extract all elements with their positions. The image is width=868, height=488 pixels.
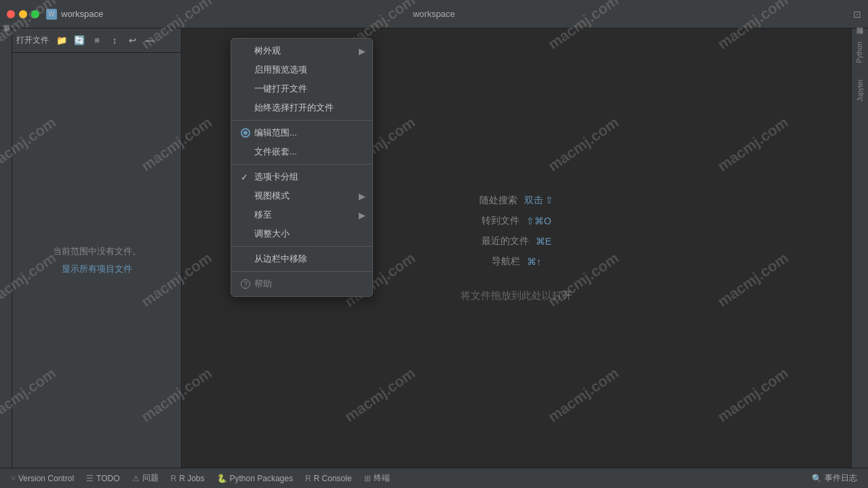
problems-icon: ⚠ xyxy=(132,474,140,483)
window-title: workspace xyxy=(413,9,455,19)
hint-goto: 转到文件 ⇧⌘O xyxy=(481,215,551,227)
check-placeholder8 xyxy=(241,229,252,239)
hint-navbar-key: ⌘↑ xyxy=(527,256,541,267)
r-console-label: R Console xyxy=(314,474,352,483)
menu-enable-preview-label: 启用预览选项 xyxy=(254,64,307,76)
r-console-button[interactable]: R R Console xyxy=(300,472,357,485)
menu-always-select[interactable]: 始终选择打开的文件 xyxy=(231,98,372,117)
r-jobs-button[interactable]: R R Jobs xyxy=(165,472,210,485)
r-jobs-icon: R xyxy=(171,474,177,483)
settings-icon[interactable]: ⊡ xyxy=(853,9,861,20)
event-log-label: 事件日志 xyxy=(825,472,857,484)
right-sidebar: Python 控制台 Jupyter xyxy=(851,28,868,468)
menu-resize[interactable]: 调整大小 xyxy=(231,224,372,243)
r-jobs-label: R Jobs xyxy=(179,474,204,483)
terminal-button[interactable]: ⊞ 终端 xyxy=(359,471,395,485)
terminal-icon: ⊞ xyxy=(364,474,371,483)
menu-always-select-label: 始终选择打开的文件 xyxy=(254,102,334,114)
menu-file-nesting[interactable]: 文件嵌套... xyxy=(231,142,372,161)
file-panel-empty: 当前范围中没有文件。 显示所有项目文件 xyxy=(12,53,181,468)
hint-recent-label: 最近的文件 xyxy=(481,235,529,247)
menu-enable-preview[interactable]: 启用预览选项 xyxy=(231,60,372,79)
divider1 xyxy=(231,120,372,121)
menu-tree-view-label: 树外观 xyxy=(254,45,281,57)
problems-label: 问题 xyxy=(142,472,159,484)
menu-remove-sidebar[interactable]: 从边栏中移除 xyxy=(231,249,372,268)
context-menu: 树外观 ▶ 启用预览选项 一键打开文件 始终选择打开的文件 编辑范围... 文件… xyxy=(231,38,373,297)
check-placeholder7 xyxy=(241,210,252,220)
menu-one-click-label: 一键打开文件 xyxy=(254,83,307,95)
todo-label: TODO xyxy=(96,474,119,483)
menu-resize-label: 调整大小 xyxy=(254,228,290,240)
python-console-tab[interactable]: Python 控制台 xyxy=(851,32,868,71)
open-file-label: 打开文件 xyxy=(16,35,49,46)
help-icon: ? xyxy=(241,279,250,289)
radio-filled-icon xyxy=(241,128,250,138)
workarea-tab[interactable]: 工作区 xyxy=(0,28,15,45)
menu-tab-group[interactable]: ✓ 选项卡分组 xyxy=(231,167,372,186)
python-packages-label: Python Packages xyxy=(230,474,293,483)
python-packages-button[interactable]: 🐍 Python Packages xyxy=(212,472,298,485)
check-placeholder9 xyxy=(241,254,252,264)
maximize-button[interactable] xyxy=(31,10,39,18)
divider2 xyxy=(231,164,372,165)
divider4 xyxy=(231,271,372,272)
menu-button[interactable]: — xyxy=(142,33,157,48)
check-mark-icon: ✓ xyxy=(241,172,252,182)
divider3 xyxy=(231,246,372,247)
hint-search: 随处搜索 双击 ⇧ xyxy=(479,195,554,207)
hint-navbar-label: 导航栏 xyxy=(492,256,520,268)
left-sidebar: 工作区 xyxy=(0,28,12,468)
menu-view-mode[interactable]: 视图模式 ▶ xyxy=(231,186,372,205)
expand-button[interactable]: ↕ xyxy=(107,33,122,48)
back-button[interactable]: ↩ xyxy=(125,33,140,48)
version-control-button[interactable]: ⑂ Version Control xyxy=(5,472,79,485)
hint-recent: 最近的文件 ⌘E xyxy=(481,235,551,247)
no-files-text: 当前范围中没有文件。 xyxy=(53,245,141,258)
check-placeholder5 xyxy=(241,147,252,157)
problems-button[interactable]: ⚠ 问题 xyxy=(127,471,164,485)
check-placeholder4 xyxy=(241,103,252,113)
collapse-button[interactable]: ≡ xyxy=(90,33,104,48)
check-placeholder xyxy=(241,46,252,56)
file-panel: 打开文件 📁 🔄 ≡ ↕ ↩ — 当前范围中没有文件。 显示所有项目文件 xyxy=(12,28,182,468)
new-folder-button[interactable]: 📁 xyxy=(54,33,69,48)
traffic-lights xyxy=(7,10,39,18)
arrow-icon2: ▶ xyxy=(359,191,366,201)
check-placeholder3 xyxy=(241,84,252,94)
menu-edit-scope-label: 编辑范围... xyxy=(254,127,297,139)
menu-one-click-open[interactable]: 一键打开文件 xyxy=(231,79,372,98)
drop-hint: 将文件拖放到此处以打开 xyxy=(460,289,572,302)
hint-navbar: 导航栏 ⌘↑ xyxy=(492,256,541,268)
refresh-button[interactable]: 🔄 xyxy=(72,33,87,48)
minimize-button[interactable] xyxy=(19,10,27,18)
menu-edit-scope[interactable]: 编辑范围... xyxy=(231,123,372,142)
event-log-button[interactable]: 🔍 事件日志 xyxy=(806,471,863,485)
event-log-icon: 🔍 xyxy=(812,474,822,483)
menu-move[interactable]: 移至 ▶ xyxy=(231,205,372,224)
workspace-label: workspace xyxy=(61,9,103,19)
hint-search-label: 随处搜索 xyxy=(479,195,517,207)
version-control-icon: ⑂ xyxy=(11,474,16,483)
check-placeholder6 xyxy=(241,191,252,201)
menu-help[interactable]: ? 帮助 xyxy=(231,274,372,293)
menu-tree-view[interactable]: 树外观 ▶ xyxy=(231,41,372,60)
menu-file-nesting-label: 文件嵌套... xyxy=(254,146,297,158)
menu-tab-group-label: 选项卡分组 xyxy=(254,171,298,183)
r-console-tab[interactable]: Jupyter xyxy=(852,71,868,110)
r-console-icon: R xyxy=(305,474,311,483)
todo-button[interactable]: ☰ TODO xyxy=(81,472,125,485)
menu-view-mode-label: 视图模式 xyxy=(254,190,290,202)
arrow-icon: ▶ xyxy=(359,46,366,56)
workspace-title: W workspace xyxy=(46,9,103,20)
python-packages-icon: 🐍 xyxy=(217,474,227,483)
file-panel-toolbar: 打开文件 📁 🔄 ≡ ↕ ↩ — xyxy=(12,28,181,53)
menu-remove-sidebar-label: 从边栏中移除 xyxy=(254,253,307,265)
titlebar: W workspace workspace ⊡ xyxy=(0,0,868,28)
show-all-files-link[interactable]: 显示所有项目文件 xyxy=(62,263,132,275)
close-button[interactable] xyxy=(7,10,15,18)
bottom-bar: ⑂ Version Control ☰ TODO ⚠ 问题 R R Jobs 🐍… xyxy=(0,468,868,488)
menu-help-label: 帮助 xyxy=(254,278,272,290)
workspace-icon: W xyxy=(46,9,57,20)
version-control-label: Version Control xyxy=(18,474,74,483)
